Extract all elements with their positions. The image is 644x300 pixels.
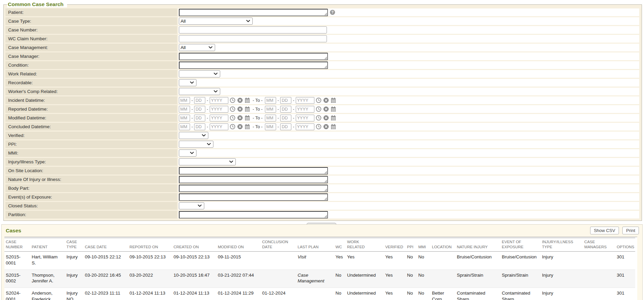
cell-wc: Yes — [334, 251, 346, 270]
clear-icon[interactable] — [237, 124, 243, 130]
cell-event-of-exposure: Contaminated Sharp — [500, 288, 541, 300]
clear-icon[interactable] — [237, 115, 243, 121]
modified-datetime-from-mm-input[interactable] — [179, 115, 190, 121]
reported-datetime-to-yyyy-input[interactable] — [296, 106, 314, 113]
concluded-datetime-to-yyyy-input[interactable] — [296, 123, 314, 130]
clear-icon[interactable] — [237, 97, 243, 103]
case-management-select[interactable]: All — [179, 44, 215, 51]
case-type-select-value: All — [181, 19, 186, 24]
field-label-modified-datetime: Modified Datetime: — [5, 114, 177, 122]
field-label-event-s-of-exposure: Event(s) of Exposure: — [5, 193, 177, 201]
clock-icon[interactable] — [230, 97, 235, 103]
calendar-icon[interactable] — [245, 106, 250, 112]
reported-datetime-from-yyyy-input[interactable] — [210, 106, 228, 113]
show-csv-button[interactable]: Show CSV — [590, 227, 619, 234]
cell-work-related: Undetermined — [346, 288, 384, 300]
reported-datetime-from-dd-input[interactable] — [194, 106, 205, 113]
nature-of-injury-or-illness-textarea[interactable] — [179, 176, 328, 183]
reported-datetime-from-mm-input[interactable] — [179, 106, 190, 113]
calendar-icon[interactable] — [331, 106, 336, 112]
case-manager-textarea[interactable] — [179, 53, 328, 60]
field-cell-on-site-location — [178, 167, 639, 175]
condition-textarea-wrap — [179, 62, 328, 69]
calendar-icon[interactable] — [331, 97, 336, 103]
reported-datetime-to-date-group: -- — [265, 106, 336, 113]
incident-datetime-from-mm-input[interactable] — [179, 97, 190, 104]
partition-textarea[interactable] — [179, 211, 328, 218]
form-row-ppi: PPI: — [5, 140, 639, 148]
worker-s-comp-related-select[interactable] — [179, 88, 220, 95]
concluded-datetime-from-mm-input[interactable] — [179, 123, 190, 130]
nature-of-injury-or-illness-textarea-wrap — [179, 176, 328, 183]
reported-datetime-to-mm-input[interactable] — [265, 106, 276, 113]
clear-icon[interactable] — [323, 106, 329, 112]
recordable-select[interactable] — [179, 79, 196, 86]
reported-datetime-to-dd-input[interactable] — [280, 106, 291, 113]
clock-icon[interactable] — [316, 124, 321, 130]
calendar-icon[interactable] — [245, 97, 250, 103]
incident-datetime-from-dd-input[interactable] — [194, 97, 205, 104]
patient-textarea[interactable] — [179, 9, 328, 16]
event-s-of-exposure-textarea-wrap — [179, 193, 328, 201]
calendar-icon[interactable] — [331, 124, 336, 130]
mmi-select[interactable] — [179, 149, 196, 157]
chevron-down-icon — [214, 90, 217, 93]
date-separator: - — [191, 98, 193, 103]
clock-icon[interactable] — [230, 106, 235, 112]
calendar-icon[interactable] — [245, 124, 250, 130]
condition-textarea[interactable] — [179, 62, 328, 69]
modified-datetime-to-mm-input[interactable] — [265, 115, 276, 121]
form-row-case-number: Case Number: — [5, 26, 639, 34]
clear-icon[interactable] — [237, 106, 243, 112]
clock-icon[interactable] — [230, 115, 235, 121]
incident-datetime-from-yyyy-input[interactable] — [210, 97, 228, 104]
modified-datetime-to-dd-input[interactable] — [280, 115, 291, 121]
help-icon[interactable]: ? — [330, 9, 335, 15]
concluded-datetime-from-yyyy-input[interactable] — [210, 123, 228, 130]
clock-icon[interactable] — [316, 115, 321, 121]
cell-nature-injury: Bruise/Contusion — [455, 251, 500, 270]
clock-icon[interactable] — [316, 106, 321, 112]
incident-datetime-to-yyyy-input[interactable] — [296, 97, 314, 104]
clear-icon[interactable] — [323, 124, 329, 130]
field-cell-nature-of-injury-or-illness — [178, 176, 639, 183]
cell-reported-on: 03-20-2022 — [128, 270, 172, 288]
column-header-location: LOCATION — [431, 238, 455, 252]
modified-datetime-from-dd-input[interactable] — [194, 115, 205, 121]
injury-illness-type-select[interactable] — [179, 158, 236, 165]
modified-datetime-from-yyyy-input[interactable] — [210, 115, 228, 121]
ppi-select[interactable] — [179, 141, 213, 148]
concluded-datetime-to-dd-input[interactable] — [280, 123, 291, 130]
incident-datetime-to-mm-input[interactable] — [265, 97, 276, 104]
concluded-datetime-to-mm-input[interactable] — [265, 123, 276, 130]
case-type-select[interactable]: All — [179, 18, 253, 25]
clock-icon[interactable] — [230, 124, 235, 130]
chevron-down-icon — [198, 205, 202, 207]
field-cell-incident-datetime: --- To --- — [178, 96, 639, 104]
verified-select[interactable] — [179, 132, 208, 139]
clock-icon[interactable] — [316, 97, 321, 103]
closed-status-select[interactable] — [179, 202, 204, 209]
body-part-textarea[interactable] — [179, 185, 328, 192]
work-related-select[interactable] — [179, 70, 220, 77]
calendar-icon[interactable] — [245, 115, 250, 121]
modified-datetime-to-yyyy-input[interactable] — [296, 115, 314, 121]
calendar-icon[interactable] — [331, 115, 336, 121]
cases-header-row: CASE NUMBERPATIENTCASE TYPECASE DATEREPO… — [4, 238, 635, 252]
field-cell-partition — [178, 211, 639, 218]
print-button[interactable]: Print — [622, 227, 639, 234]
common-case-search-section: Common Case Search Patient:?Case Type:Al… — [3, 1, 642, 221]
incident-datetime-to-dd-input[interactable] — [280, 97, 291, 104]
event-s-of-exposure-textarea[interactable] — [179, 193, 328, 201]
case-number-input[interactable] — [179, 26, 327, 33]
cell-injury-illness-type: Injury — [541, 270, 583, 288]
chevron-down-icon — [190, 82, 194, 84]
field-cell-concluded-datetime: --- To --- — [178, 123, 639, 131]
concluded-datetime-from-dd-input[interactable] — [194, 123, 205, 130]
cell-work-related: Undetermined — [346, 270, 384, 288]
clear-icon[interactable] — [323, 97, 329, 103]
column-header-case-type: CASE TYPE — [65, 238, 83, 252]
wc-claim-number-input[interactable] — [179, 35, 327, 42]
on-site-location-textarea[interactable] — [179, 167, 328, 175]
clear-icon[interactable] — [323, 115, 329, 121]
